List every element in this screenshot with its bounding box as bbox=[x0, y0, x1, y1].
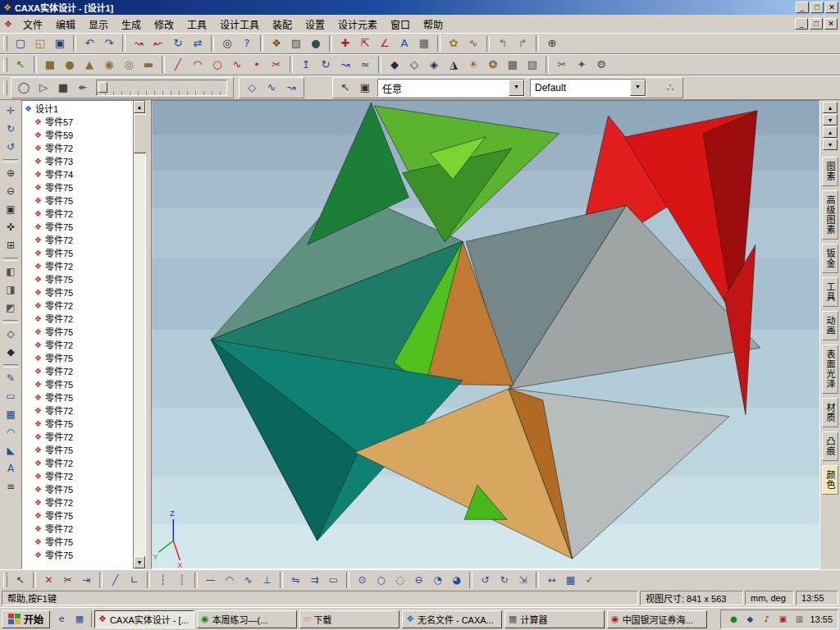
tray-input-method-icon[interactable]: ▣ bbox=[776, 613, 789, 626]
sweep-feature-icon[interactable]: ↝ bbox=[336, 56, 354, 74]
spline-tool-icon[interactable]: ∿ bbox=[240, 572, 257, 588]
taskbar-task[interactable]: ❖无名文件 - CAXA... bbox=[402, 610, 502, 628]
menu-item[interactable]: 装配 bbox=[266, 15, 299, 34]
tree-item[interactable]: ❖零件72 bbox=[22, 207, 133, 220]
pan-view-icon[interactable]: ✜ bbox=[2, 219, 20, 236]
insert-cylinder-icon[interactable]: ● bbox=[61, 56, 79, 74]
tree-item[interactable]: ❖零件75 bbox=[22, 180, 133, 194]
circle-2pt-icon[interactable]: ○ bbox=[372, 572, 390, 588]
sketch-arc-icon[interactable]: ◠ bbox=[189, 56, 207, 74]
insert-torus-icon[interactable]: ◎ bbox=[120, 56, 138, 74]
gear-tool-icon[interactable]: ✿ bbox=[445, 34, 463, 52]
tray-antivirus-icon[interactable]: ● bbox=[727, 613, 740, 626]
tree-item[interactable]: ❖零件75 bbox=[22, 548, 133, 561]
fillet-tool-icon[interactable]: ◠ bbox=[2, 424, 20, 441]
tree-item[interactable]: ❖零件75 bbox=[22, 417, 133, 430]
side-tab[interactable]: 钣金 bbox=[822, 244, 838, 273]
find-icon[interactable]: ◎ bbox=[218, 34, 236, 52]
tree-item[interactable]: ❖零件75 bbox=[22, 194, 133, 207]
light-settings-icon[interactable]: ☀ bbox=[464, 56, 482, 74]
side-tab[interactable]: 图素 bbox=[822, 157, 838, 186]
insert-cone-icon[interactable]: ▲ bbox=[80, 56, 98, 74]
maximize-button[interactable]: □ bbox=[810, 2, 824, 13]
grid-toggle-icon[interactable]: ▦ bbox=[562, 572, 579, 588]
quicklaunch-desktop-icon[interactable]: ▦ bbox=[71, 611, 88, 628]
scroll-up-icon[interactable]: ▲ bbox=[134, 101, 145, 113]
open-design-icon[interactable]: ◱ bbox=[31, 34, 49, 52]
redo-icon[interactable]: ↷ bbox=[100, 34, 118, 52]
view-redo-icon[interactable]: ↱ bbox=[514, 34, 532, 52]
iso-view-icon[interactable]: ◩ bbox=[2, 299, 20, 317]
tree-item[interactable]: ❖零件72 bbox=[22, 430, 133, 443]
dimension-sketch-icon[interactable]: ↔ bbox=[543, 572, 560, 588]
zoom-search-icon[interactable]: ⊕ bbox=[543, 34, 561, 52]
tree-scrollbar[interactable]: ▲ ▼ bbox=[133, 101, 145, 568]
sketch-trim-icon[interactable]: ✂ bbox=[267, 56, 285, 74]
tree-item[interactable]: ❖零件75 bbox=[22, 246, 133, 259]
render-options-icon[interactable]: ❖ bbox=[267, 34, 285, 52]
derive-curve-icon[interactable]: ↜ bbox=[149, 34, 167, 52]
front-view-icon[interactable]: ◧ bbox=[2, 263, 20, 281]
two-point-line-icon[interactable]: ╱ bbox=[107, 572, 124, 588]
toolbar-grip[interactable] bbox=[3, 36, 7, 51]
arc-center-icon[interactable]: ◔ bbox=[429, 572, 446, 588]
perspective-display-icon[interactable]: ◮ bbox=[445, 56, 463, 74]
tree-item[interactable]: ❖零件75 bbox=[22, 325, 133, 338]
taskbar-task[interactable]: ◉本周练习—(... bbox=[197, 610, 297, 628]
ellipse-tool-icon[interactable]: ⊖ bbox=[410, 572, 427, 588]
wireframe-display-icon[interactable]: ◇ bbox=[405, 56, 423, 74]
perpendicular-line-icon[interactable]: ⊥ bbox=[258, 572, 276, 588]
lock-tool-icon[interactable]: ✦ bbox=[573, 56, 591, 74]
side-tab[interactable]: 动画 bbox=[822, 311, 838, 340]
tree-item[interactable]: ❖零件72 bbox=[22, 338, 133, 351]
arc-3pt-icon[interactable]: ◕ bbox=[448, 572, 465, 588]
sketch-line-icon[interactable]: ╱ bbox=[169, 56, 187, 74]
mirror-sketch-icon[interactable]: ⇋ bbox=[287, 572, 304, 588]
continuous-line-icon[interactable]: ∟ bbox=[126, 572, 143, 588]
start-button[interactable]: 开始 bbox=[2, 610, 50, 628]
menu-item[interactable]: 生成 bbox=[115, 15, 148, 34]
save-design-icon[interactable]: ▣ bbox=[51, 34, 69, 52]
insert-block-icon[interactable]: ■ bbox=[41, 56, 59, 74]
side-tab[interactable]: 颜色 bbox=[822, 465, 838, 495]
taskbar-task[interactable]: ▱下载 bbox=[299, 610, 399, 628]
tree-item[interactable]: ❖零件72 bbox=[22, 364, 133, 377]
extend-curve-icon[interactable]: ⇥ bbox=[78, 572, 95, 588]
animation-play-icon[interactable]: ▷ bbox=[34, 79, 52, 97]
sketch-circle-icon[interactable]: ○ bbox=[208, 56, 226, 74]
tangent-arc-icon[interactable]: ◠ bbox=[221, 572, 238, 588]
scroll-up-icon[interactable]: ▲ bbox=[823, 102, 838, 113]
tree-item[interactable]: ❖零件75 bbox=[22, 482, 133, 495]
side-tab[interactable]: 表面光泽 bbox=[822, 345, 838, 394]
measure-angle-icon[interactable]: ∠ bbox=[376, 34, 394, 52]
chamfer-tool-icon[interactable]: ◣ bbox=[2, 442, 20, 459]
scroll-up-icon[interactable]: ▲ bbox=[823, 126, 838, 138]
tree-item[interactable]: ❖零件73 bbox=[22, 154, 133, 167]
options-gear-icon[interactable]: ⚙ bbox=[592, 56, 610, 74]
rotate-feature-icon[interactable]: ↻ bbox=[169, 34, 187, 52]
toolbar-grip[interactable] bbox=[3, 80, 7, 95]
toolbar-grip[interactable] bbox=[3, 573, 7, 587]
tree-item[interactable]: ❖零件75 bbox=[22, 509, 133, 522]
tree-item[interactable]: ❖零件75 bbox=[22, 535, 133, 548]
construction-line-icon[interactable]: ┆ bbox=[154, 572, 171, 588]
text-tool-icon[interactable]: A bbox=[395, 34, 413, 52]
smooth-shade-icon[interactable]: ● bbox=[307, 34, 325, 52]
tree-item[interactable]: ❖零件75 bbox=[22, 220, 133, 233]
text-3d-icon[interactable]: A bbox=[2, 460, 20, 477]
tree-root-item[interactable]: ❖ 设计1 bbox=[22, 102, 133, 115]
animation-path-icon[interactable]: ↝ bbox=[282, 79, 300, 97]
select-pointer-icon[interactable]: ↖ bbox=[11, 56, 30, 74]
side-tab[interactable]: 凸痕 bbox=[822, 431, 838, 461]
menu-item[interactable]: 工具 bbox=[180, 15, 213, 34]
pattern-tool-icon[interactable]: ▦ bbox=[2, 406, 20, 423]
revolve-feature-icon[interactable]: ↻ bbox=[317, 56, 335, 74]
loft-feature-icon[interactable]: ≈ bbox=[356, 56, 374, 74]
hatch-display-icon[interactable]: ▨ bbox=[287, 34, 305, 52]
mdi-minimize-button[interactable]: _ bbox=[795, 18, 808, 30]
circle-3pt-icon[interactable]: ◌ bbox=[391, 572, 409, 588]
side-tab[interactable]: 高级图素 bbox=[822, 190, 838, 240]
tree-item[interactable]: ❖零件57 bbox=[22, 115, 133, 128]
tray-network-icon[interactable]: ◆ bbox=[743, 613, 756, 626]
tree-item[interactable]: ❖零件75 bbox=[22, 351, 133, 364]
